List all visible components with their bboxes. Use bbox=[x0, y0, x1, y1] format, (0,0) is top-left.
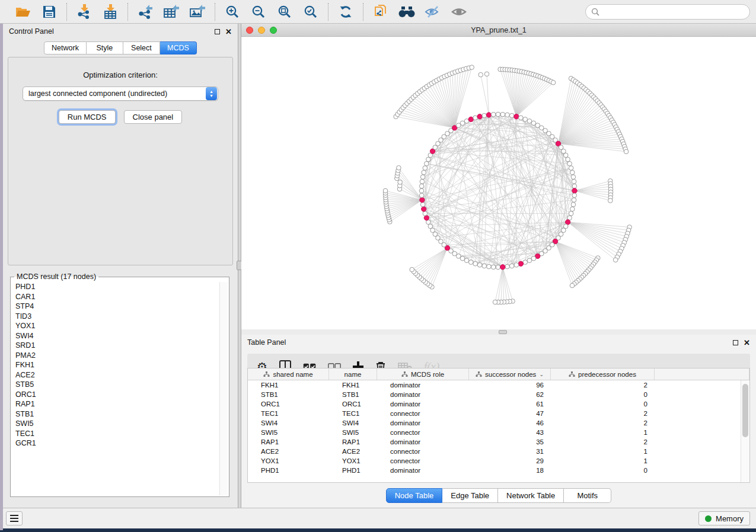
ring-node[interactable] bbox=[428, 224, 433, 229]
column-header-successor-nodes[interactable]: successor nodes⌄ bbox=[469, 368, 551, 380]
mcds-node[interactable] bbox=[424, 216, 429, 220]
table-row[interactable]: PHD1PHD1dominator180 bbox=[248, 466, 741, 475]
mcds-result-item[interactable]: STP4 bbox=[12, 302, 219, 312]
mcds-result-item[interactable]: SWI4 bbox=[12, 331, 219, 341]
leaf-node[interactable] bbox=[624, 149, 629, 154]
ring-node[interactable] bbox=[419, 184, 424, 188]
mcds-result-item[interactable]: PMA2 bbox=[12, 351, 219, 361]
mcds-node[interactable] bbox=[518, 261, 523, 266]
ring-node[interactable] bbox=[430, 228, 435, 233]
task-history-button[interactable] bbox=[6, 511, 23, 525]
leaf-node[interactable] bbox=[493, 300, 497, 305]
zoom-in-icon[interactable] bbox=[224, 4, 241, 20]
clone-network-icon[interactable] bbox=[372, 4, 390, 20]
leaf-node[interactable] bbox=[479, 72, 483, 77]
ring-node[interactable] bbox=[569, 166, 573, 171]
ring-node[interactable] bbox=[523, 117, 528, 122]
tab-network[interactable]: Network bbox=[44, 41, 87, 55]
binoculars-icon[interactable] bbox=[398, 4, 416, 20]
ring-node[interactable] bbox=[422, 170, 426, 175]
ring-node[interactable] bbox=[505, 264, 510, 269]
run-mcds-button[interactable]: Run MCDS bbox=[59, 110, 116, 124]
mcds-node[interactable] bbox=[420, 197, 425, 202]
leaf-node[interactable] bbox=[398, 180, 403, 185]
hide-details-icon[interactable] bbox=[424, 4, 442, 20]
table-row[interactable]: TEC1TEC1connector472 bbox=[248, 409, 741, 418]
table-row[interactable]: YOX1YOX1connector291 bbox=[248, 456, 741, 466]
table-row[interactable]: SWI4SWI4dominator462 bbox=[248, 418, 741, 428]
zoom-selected-icon[interactable] bbox=[302, 4, 320, 20]
table-row[interactable]: FKH1FKH1dominator962 bbox=[248, 380, 741, 390]
float-panel-icon[interactable] bbox=[733, 340, 738, 345]
tab-mcds[interactable]: MCDS bbox=[160, 41, 197, 55]
ring-node[interactable] bbox=[473, 116, 478, 120]
ring-node[interactable] bbox=[570, 207, 575, 211]
leaf-node[interactable] bbox=[551, 81, 556, 85]
export-image-icon[interactable] bbox=[189, 4, 206, 20]
ring-node[interactable] bbox=[570, 170, 575, 175]
ring-node[interactable] bbox=[509, 264, 514, 268]
ring-node[interactable] bbox=[487, 264, 492, 269]
table-row[interactable]: RAP1RAP1dominator352 bbox=[248, 437, 741, 447]
ring-node[interactable] bbox=[527, 258, 532, 263]
column-header-MCDS-role[interactable]: MCDS role bbox=[377, 368, 469, 380]
tab-select[interactable]: Select bbox=[123, 41, 160, 55]
table-row[interactable]: SWI5SWI5connector431 bbox=[248, 428, 741, 437]
horizontal-splitter[interactable] bbox=[241, 329, 756, 335]
mcds-result-item[interactable]: FKH1 bbox=[12, 360, 219, 370]
ring-node[interactable] bbox=[423, 211, 428, 216]
mcds-node[interactable] bbox=[468, 117, 473, 121]
leaf-node[interactable] bbox=[484, 72, 489, 76]
ring-node[interactable] bbox=[473, 261, 478, 266]
mcds-result-item[interactable]: RAP1 bbox=[12, 399, 219, 409]
mcds-result-item[interactable]: PHD1 bbox=[12, 282, 219, 292]
ring-node[interactable] bbox=[571, 175, 576, 180]
network-graph[interactable] bbox=[241, 37, 756, 329]
leaf-node[interactable] bbox=[383, 188, 388, 193]
ring-node[interactable] bbox=[500, 112, 505, 117]
mcds-result-item[interactable]: SWI5 bbox=[12, 419, 219, 429]
refresh-icon[interactable] bbox=[337, 4, 355, 20]
import-network-icon[interactable] bbox=[75, 4, 93, 20]
ring-node[interactable] bbox=[456, 123, 461, 128]
table-scrollbar[interactable] bbox=[741, 380, 749, 482]
tab-style[interactable]: Style bbox=[87, 41, 123, 55]
ring-node[interactable] bbox=[567, 161, 572, 166]
mcds-node[interactable] bbox=[486, 113, 491, 117]
close-panel-icon[interactable]: ✕ bbox=[225, 29, 232, 34]
close-panel-button[interactable]: Close panel bbox=[124, 110, 183, 124]
ring-node[interactable] bbox=[482, 113, 487, 118]
column-header-name[interactable]: name bbox=[329, 368, 377, 380]
leaf-node[interactable] bbox=[397, 166, 401, 171]
ring-node[interactable] bbox=[572, 198, 576, 203]
ring-node[interactable] bbox=[425, 161, 429, 166]
network-window-titlebar[interactable]: YPA_prune.txt_1 bbox=[241, 24, 756, 37]
ring-node[interactable] bbox=[460, 256, 465, 261]
export-table-icon[interactable] bbox=[162, 4, 180, 20]
open-file-icon[interactable] bbox=[14, 4, 32, 20]
ring-node[interactable] bbox=[419, 188, 424, 193]
leaf-node[interactable] bbox=[570, 283, 575, 288]
ring-node[interactable] bbox=[496, 112, 500, 117]
ring-node[interactable] bbox=[509, 113, 514, 118]
mcds-result-item[interactable]: TID3 bbox=[12, 312, 219, 322]
mcds-result-item[interactable]: YOX1 bbox=[12, 321, 219, 331]
mcds-node[interactable] bbox=[477, 114, 482, 119]
ring-node[interactable] bbox=[419, 193, 424, 198]
table-row[interactable]: STB1STB1dominator620 bbox=[248, 390, 741, 399]
leaf-node[interactable] bbox=[470, 65, 474, 70]
splitter-grip[interactable] bbox=[499, 330, 507, 334]
column-header-shared-name[interactable]: shared name bbox=[248, 368, 329, 380]
ring-node[interactable] bbox=[523, 260, 528, 265]
show-details-icon[interactable] bbox=[450, 4, 468, 20]
mcds-result-item[interactable]: ORC1 bbox=[12, 390, 219, 400]
zoom-out-icon[interactable] bbox=[250, 4, 267, 20]
ring-node[interactable] bbox=[505, 113, 510, 117]
ring-node[interactable] bbox=[519, 116, 524, 120]
save-icon[interactable] bbox=[40, 4, 58, 20]
leaf-node[interactable] bbox=[613, 258, 618, 262]
ring-node[interactable] bbox=[420, 175, 425, 180]
ring-node[interactable] bbox=[569, 211, 573, 216]
ring-node[interactable] bbox=[464, 258, 469, 263]
mcds-node[interactable] bbox=[514, 114, 519, 119]
